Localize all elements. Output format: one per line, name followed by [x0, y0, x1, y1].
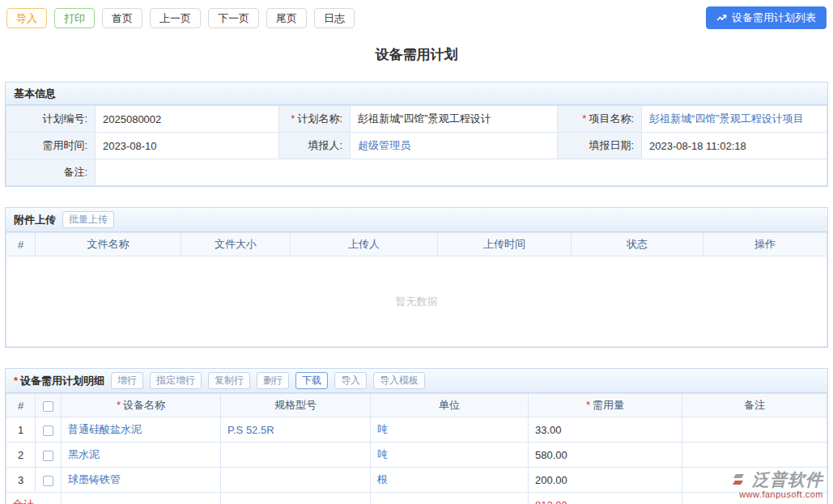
attachment-empty-row: 暂无数据 [6, 256, 827, 347]
report-date-label-text: 填报日期: [589, 139, 634, 151]
total-qty: 813.00 [529, 493, 682, 504]
attachment-title: 附件上传 [14, 213, 56, 227]
project-name-label-text: 项目名称: [589, 112, 634, 125]
attachment-table: # 文件名称 文件大小 上传人 上传时间 状态 操作 暂无数据 [6, 232, 827, 347]
need-date-value: 2023-08-10 [96, 133, 279, 159]
nav-first-page-button[interactable]: 首页 [102, 8, 142, 28]
device-name-link[interactable]: 普通硅酸盐水泥 [68, 423, 142, 435]
remark-cell [682, 468, 827, 493]
reporter-label: 填报人: [279, 133, 351, 159]
plan-list-button-label: 设备需用计划列表 [732, 11, 816, 25]
required-marker: * [586, 399, 590, 411]
row-checkbox[interactable] [43, 451, 53, 461]
add-row-button[interactable]: 增行 [111, 372, 143, 389]
basic-info-section: 基本信息 计划编号: 2025080002 *计划名称: 彭祖新城“四馆”景观工… [5, 82, 828, 187]
basic-info-row-2: 需用时间: 2023-08-10 填报人: 超级管理员 填报日期: 2023-0… [6, 133, 827, 159]
details-title-text: 设备需用计划明细 [20, 375, 104, 387]
required-marker: * [291, 112, 295, 125]
nav-next-page-button[interactable]: 下一页 [208, 8, 259, 28]
total-unit-cell [371, 493, 529, 504]
col-spec-model: 规格型号 [221, 394, 371, 417]
details-table-header-row: # *设备名称 规格型号 单位 *需用量 备注 [6, 394, 827, 417]
report-date-value: 2023-08-18 11:02:18 [642, 133, 827, 159]
col-index: # [6, 233, 36, 256]
required-marker: * [582, 112, 586, 125]
col-file-name: 文件名称 [36, 233, 181, 256]
details-header: *设备需用计划明细 增行 指定增行 复制行 删行 下载 导入 导入模板 [6, 369, 827, 393]
batch-upload-button[interactable]: 批量上传 [62, 211, 114, 228]
row-checkbox-cell [36, 468, 62, 493]
qty-cell: 580.00 [529, 443, 682, 468]
need-date-label-text: 需用时间: [42, 139, 87, 151]
unit-link[interactable]: 吨 [377, 448, 388, 460]
plan-name-label-text: 计划名称: [297, 112, 342, 125]
select-all-checkbox[interactable] [43, 401, 53, 412]
table-row: 3 球墨铸铁管 根 200.00 [6, 468, 827, 493]
attachment-section: 附件上传 批量上传 # 文件名称 文件大小 上传人 上传时间 状态 操作 暂无数… [5, 207, 828, 348]
col-file-size: 文件大小 [181, 233, 291, 256]
col-select-all [36, 394, 62, 417]
remark-label-text: 备注: [63, 166, 87, 178]
project-name-link[interactable]: 彭祖新城“四馆”景观工程设计项目 [649, 112, 804, 125]
nav-prev-page-button[interactable]: 上一页 [150, 8, 201, 28]
col-remark: 备注 [682, 394, 827, 417]
log-button[interactable]: 日志 [314, 8, 355, 28]
row-checkbox[interactable] [43, 476, 53, 486]
empty-data-text: 暂无数据 [6, 256, 827, 347]
row-index: 3 [6, 468, 36, 493]
copy-row-button[interactable]: 复制行 [208, 372, 250, 389]
import-button[interactable]: 导入 [6, 8, 47, 28]
row-checkbox-cell [36, 417, 62, 443]
project-name-label: *项目名称: [558, 106, 642, 133]
table-row: 1 普通硅酸盐水泥 P.S 52.5R 吨 33.00 [6, 417, 827, 443]
col-required-qty-text: 需用量 [593, 399, 624, 411]
reporter-link[interactable]: 超级管理员 [358, 139, 410, 151]
import-template-button[interactable]: 导入模板 [373, 372, 425, 389]
import-rows-button[interactable]: 导入 [334, 372, 367, 389]
download-button[interactable]: 下载 [295, 372, 328, 389]
spec-cell [221, 443, 371, 468]
col-unit: 单位 [371, 394, 529, 417]
plan-no-label-text: 计划编号: [42, 112, 87, 125]
device-name-cell: 普通硅酸盐水泥 [62, 417, 221, 443]
unit-link[interactable]: 根 [377, 473, 388, 485]
row-checkbox[interactable] [43, 426, 53, 436]
reporter-value: 超级管理员 [351, 133, 558, 159]
plan-name-label: *计划名称: [279, 106, 351, 133]
unit-cell: 吨 [371, 417, 529, 443]
attachment-header: 附件上传 批量上传 [6, 208, 827, 232]
device-name-cell: 黑水泥 [62, 443, 221, 468]
remark-label: 备注: [6, 159, 96, 186]
spec-link[interactable]: P.S 52.5R [227, 424, 274, 436]
insert-row-button[interactable]: 指定增行 [150, 372, 202, 389]
remark-cell [682, 417, 827, 443]
qty-cell: 33.00 [529, 417, 682, 443]
nav-last-page-button[interactable]: 尾页 [266, 8, 307, 28]
total-spec-cell [221, 493, 371, 504]
project-name-value: 彭祖新城“四馆”景观工程设计项目 [642, 106, 827, 133]
col-device-name-text: 设备名称 [123, 399, 165, 411]
row-index: 1 [6, 417, 36, 443]
table-row: 2 黑水泥 吨 580.00 [6, 443, 827, 468]
delete-row-button[interactable]: 删行 [257, 372, 289, 389]
device-name-link[interactable]: 球墨铸铁管 [68, 473, 121, 485]
reporter-label-text: 填报人: [308, 139, 342, 151]
total-row: 合计 813.00 [6, 493, 827, 504]
remark-value [96, 159, 827, 186]
details-table: # *设备名称 规格型号 单位 *需用量 备注 1 普通硅酸盐水泥 P.S 52… [6, 393, 827, 504]
plan-list-button[interactable]: 设备需用计划列表 [706, 6, 827, 29]
unit-cell: 根 [371, 468, 529, 493]
col-row-index: # [6, 394, 36, 417]
total-name-cell [62, 493, 221, 504]
print-button[interactable]: 打印 [54, 8, 95, 28]
page-title: 设备需用计划 [0, 45, 833, 64]
details-title: *设备需用计划明细 [14, 374, 104, 388]
unit-link[interactable]: 吨 [377, 423, 388, 435]
qty-cell: 200.00 [529, 468, 682, 493]
details-section: *设备需用计划明细 增行 指定增行 复制行 删行 下载 导入 导入模板 # *设… [5, 368, 828, 504]
col-status: 状态 [572, 233, 703, 256]
device-name-link[interactable]: 黑水泥 [68, 448, 100, 460]
remark-cell [682, 443, 827, 468]
basic-info-title: 基本信息 [14, 87, 56, 101]
spec-cell [221, 468, 371, 493]
